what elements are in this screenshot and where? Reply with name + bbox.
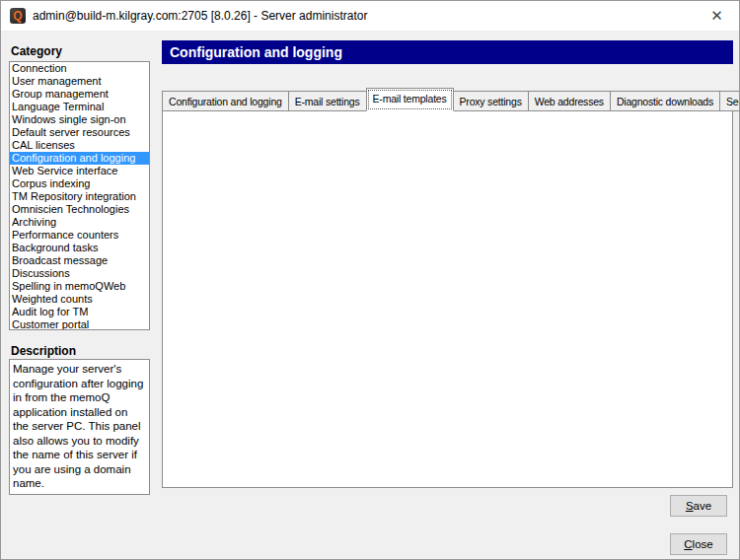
category-item[interactable]: Connection: [10, 62, 149, 75]
server-administrator-window: Q admin@build-m.kilgray.com:2705 [8.0.26…: [0, 0, 740, 560]
category-item[interactable]: Corpus indexing: [10, 177, 149, 190]
save-button[interactable]: Save: [670, 495, 727, 517]
category-item[interactable]: Archiving: [10, 216, 149, 229]
category-item[interactable]: CAL licenses: [10, 139, 149, 152]
category-item[interactable]: User management: [10, 75, 149, 88]
category-item[interactable]: Group management: [10, 88, 149, 101]
category-item[interactable]: Web Service interface: [10, 165, 149, 177]
category-item[interactable]: Windows single sign-on: [10, 113, 149, 126]
category-item[interactable]: Customer portal: [10, 318, 149, 330]
tab-diagnostic-downloads[interactable]: Diagnostic downloads: [610, 91, 720, 111]
tab-web-addresses[interactable]: Web addresses: [528, 91, 611, 111]
category-item[interactable]: Broadcast message: [10, 254, 149, 267]
category-item[interactable]: Spelling in memoQWeb: [10, 280, 149, 293]
category-item[interactable]: Discussions: [10, 267, 149, 280]
window-close-icon[interactable]: ✕: [695, 1, 739, 31]
tabstrip: Configuration and loggingE-mail settings…: [162, 88, 740, 109]
memoq-app-icon: Q: [10, 8, 26, 24]
titlebar: Q admin@build-m.kilgray.com:2705 [8.0.26…: [1, 1, 739, 31]
description-label: Description: [11, 344, 76, 358]
category-item[interactable]: Performance counters: [10, 229, 149, 242]
category-item[interactable]: Background tasks: [10, 242, 149, 254]
page-title: Configuration and logging: [162, 40, 733, 64]
window-title: admin@build-m.kilgray.com:2705 [8.0.26] …: [33, 9, 367, 23]
category-item[interactable]: Weighted counts: [10, 293, 149, 306]
tab-e-mail-templates[interactable]: E-mail templates: [366, 88, 454, 111]
category-item[interactable]: Omniscien Technologies: [10, 203, 149, 216]
tab-configuration-and-logging[interactable]: Configuration and logging: [162, 91, 289, 111]
category-item[interactable]: TM Repository integration: [10, 190, 149, 203]
close-button[interactable]: Close: [670, 533, 727, 555]
description-text: Manage your server's configuration after…: [9, 359, 150, 495]
category-label: Category: [11, 44, 62, 58]
category-item[interactable]: Language Terminal: [10, 101, 149, 113]
category-item[interactable]: Configuration and logging: [10, 152, 149, 165]
category-listbox[interactable]: ConnectionUser managementGroup managemen…: [9, 61, 150, 330]
tab-e-mail-settings[interactable]: E-mail settings: [288, 91, 367, 111]
category-item[interactable]: Default server resources: [10, 126, 149, 139]
tab-security[interactable]: Security: [719, 91, 740, 111]
category-item[interactable]: Audit log for TM: [10, 306, 149, 318]
email-templates-tab-panel: [162, 108, 733, 488]
tab-proxy-settings[interactable]: Proxy settings: [453, 91, 529, 111]
